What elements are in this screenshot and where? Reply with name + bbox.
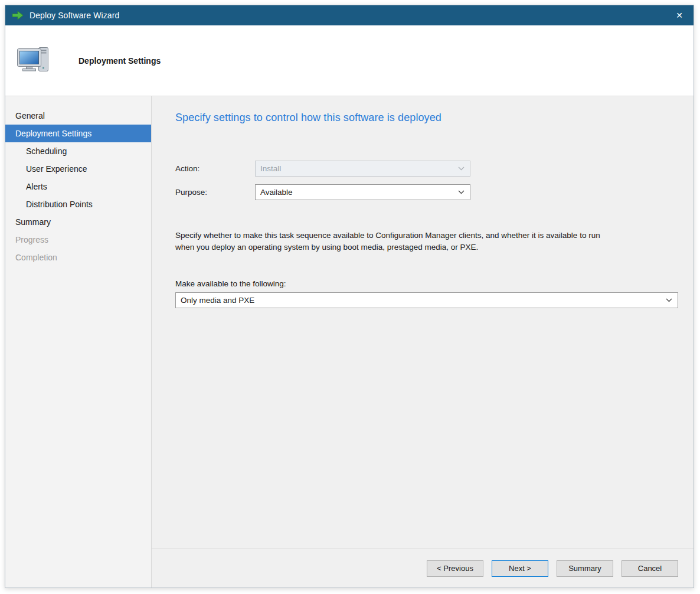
next-button[interactable]: Next >	[492, 560, 548, 577]
wizard-arrow-icon	[11, 11, 24, 20]
content-main: Specify settings to control how this sof…	[152, 96, 694, 549]
form-area: Action: Install Purpose: Available	[175, 161, 678, 200]
close-icon[interactable]: ✕	[668, 5, 691, 25]
purpose-row: Purpose: Available	[175, 184, 678, 200]
make-available-dropdown[interactable]: Only media and PXE	[175, 292, 678, 308]
action-dropdown: Install	[255, 161, 470, 177]
sidebar-item-summary[interactable]: Summary	[5, 213, 151, 231]
purpose-dropdown[interactable]: Available	[255, 184, 470, 200]
description-text: Specify whether to make this task sequen…	[175, 230, 617, 253]
action-value: Install	[260, 164, 281, 173]
summary-button[interactable]: Summary	[557, 560, 613, 577]
action-row: Action: Install	[175, 161, 678, 177]
sidebar-item-completion: Completion	[5, 249, 151, 266]
sidebar-item-user-experience[interactable]: User Experience	[5, 160, 151, 178]
sidebar-item-alerts[interactable]: Alerts	[5, 178, 151, 195]
chevron-down-icon	[666, 298, 672, 302]
chevron-down-icon	[458, 167, 465, 171]
cancel-button[interactable]: Cancel	[622, 560, 678, 577]
sidebar-item-distribution-points[interactable]: Distribution Points	[5, 195, 151, 213]
make-available-value: Only media and PXE	[181, 296, 254, 305]
deploy-software-wizard-window: Deploy Software Wizard ✕	[5, 5, 694, 588]
chevron-down-icon	[458, 190, 465, 194]
sidebar-item-scheduling[interactable]: Scheduling	[5, 142, 151, 160]
action-label: Action:	[175, 164, 255, 173]
wizard-body: General Deployment Settings Scheduling U…	[5, 96, 694, 588]
sidebar-item-deployment-settings[interactable]: Deployment Settings	[5, 125, 151, 142]
purpose-label: Purpose:	[175, 188, 255, 197]
make-available-label: Make available to the following:	[175, 279, 678, 288]
page-title: Deployment Settings	[78, 56, 161, 66]
wizard-content: Specify settings to control how this sof…	[152, 96, 694, 588]
sidebar-item-general[interactable]: General	[5, 107, 151, 125]
wizard-footer: < Previous Next > Summary Cancel	[152, 549, 694, 588]
window-title: Deploy Software Wizard	[30, 11, 668, 20]
wizard-header: Deployment Settings	[5, 25, 694, 96]
titlebar: Deploy Software Wizard ✕	[5, 5, 694, 25]
sidebar-item-progress: Progress	[5, 231, 151, 249]
previous-button[interactable]: < Previous	[427, 560, 483, 577]
wizard-sidebar: General Deployment Settings Scheduling U…	[5, 96, 152, 588]
computer-icon	[16, 46, 50, 76]
content-heading: Specify settings to control how this sof…	[175, 112, 678, 124]
purpose-value: Available	[260, 188, 293, 197]
